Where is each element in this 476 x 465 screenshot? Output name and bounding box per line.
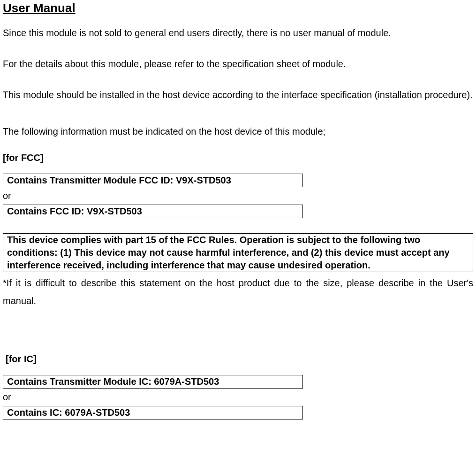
page-title: User Manual (3, 1, 473, 15)
paragraph-intro-1: Since this module is not sold to general… (3, 24, 473, 42)
ic-box-2: Contains IC: 6079A-STD503 (3, 406, 303, 419)
ic-or: or (3, 390, 473, 404)
spacer (3, 323, 473, 345)
ic-section-label: [for IC] (6, 350, 473, 368)
paragraph-intro-2: For the details about this module, pleas… (3, 55, 473, 73)
document-page: User Manual Since this module is not sol… (0, 0, 476, 465)
spacer (3, 220, 473, 233)
paragraph-lead: The following information must be indica… (3, 122, 473, 140)
fcc-box-2: Contains FCC ID: V9X-STD503 (3, 205, 303, 218)
ic-box-1: Contains Transmitter Module IC: 6079A-ST… (3, 375, 303, 389)
paragraph-intro-3: This module should be installed in the h… (3, 86, 473, 104)
fcc-box-1: Contains Transmitter Module FCC ID: V9X-… (3, 174, 303, 187)
fcc-statement-box: This device complies with part 15 of the… (3, 233, 473, 272)
fcc-note: *If it is difficult to describe this sta… (3, 274, 473, 310)
fcc-or: or (3, 189, 473, 202)
fcc-section-label: [for FCC] (3, 149, 473, 167)
